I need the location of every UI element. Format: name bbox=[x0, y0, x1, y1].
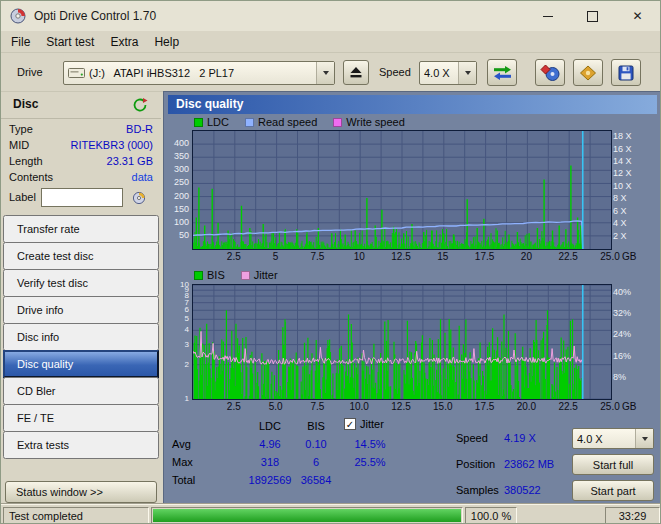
label-edit-button[interactable] bbox=[127, 187, 151, 208]
legend-jitter: Jitter bbox=[241, 269, 278, 281]
speed-select[interactable]: 4.0 X bbox=[419, 61, 477, 85]
x-axis-tick: 10.0 bbox=[349, 401, 368, 412]
y-axis-tick: 18 X bbox=[613, 131, 632, 141]
ldc-column-header: LDC bbox=[248, 420, 292, 432]
result-row-label: Max bbox=[172, 456, 193, 468]
nav-create-test-disc[interactable]: Create test disc bbox=[3, 242, 159, 270]
y-axis-tick: 250 bbox=[164, 177, 189, 187]
burn-icon bbox=[579, 65, 597, 81]
menu-start-test[interactable]: Start test bbox=[38, 32, 102, 52]
menu-extra[interactable]: Extra bbox=[102, 32, 146, 52]
nav-cd-bler[interactable]: CD Bler bbox=[3, 377, 159, 405]
progress-percent: 100.0 % bbox=[471, 510, 511, 522]
x-axis-tick: 5 bbox=[273, 251, 279, 262]
y-axis-tick: 32% bbox=[613, 308, 631, 318]
disc-refresh-button[interactable] bbox=[129, 95, 151, 115]
result-bis-value: 0.10 bbox=[288, 438, 344, 450]
y-axis-tick: 8 X bbox=[613, 193, 627, 203]
app-icon bbox=[10, 8, 26, 24]
x-axis-tick: 15.0 bbox=[433, 401, 452, 412]
test-speed-select-value: 4.0 X bbox=[577, 433, 603, 445]
jitter-checkbox[interactable]: ✓ Jitter bbox=[344, 418, 384, 430]
field-label: Type bbox=[9, 123, 33, 135]
y-axis-tick: 10 X bbox=[613, 181, 632, 191]
y-axis-tick: 6 bbox=[164, 305, 189, 314]
samples-label: Samples bbox=[456, 484, 499, 496]
sidebar-nav: Transfer rateCreate test discVerify test… bbox=[3, 216, 159, 459]
bottom-chart-canvas bbox=[193, 285, 611, 399]
field-label: Contents bbox=[9, 171, 53, 183]
position-label: Position bbox=[456, 458, 495, 470]
disc-utilities-button[interactable] bbox=[535, 59, 565, 86]
close-icon: ✕ bbox=[632, 10, 642, 22]
legend-label: BIS bbox=[207, 269, 225, 281]
y-axis-tick: 8% bbox=[613, 372, 626, 382]
window-title: Opti Drive Control 1.70 bbox=[34, 9, 156, 23]
x-axis-unit: GB bbox=[622, 251, 636, 262]
y-axis-tick: 3 bbox=[164, 340, 189, 349]
nav-verify-test-disc[interactable]: Verify test disc bbox=[3, 269, 159, 297]
disc-info-fields: TypeBD-RMIDRITEKBR3 (000)Length23.31 GBC… bbox=[1, 123, 161, 187]
result-jitter-value: 14.5% bbox=[342, 438, 398, 450]
save-icon bbox=[618, 65, 634, 81]
x-axis-tick: 15 bbox=[437, 251, 448, 262]
nav-transfer-rate[interactable]: Transfer rate bbox=[3, 215, 159, 243]
bottom-chart-legend: BISJitter bbox=[194, 269, 278, 281]
x-axis-tick: 17.5 bbox=[475, 251, 494, 262]
status-message-panel: Test completed bbox=[3, 507, 149, 524]
drive-select[interactable]: (J:) ATAPI iHBS312 2 PL17 bbox=[63, 61, 335, 85]
eject-button[interactable] bbox=[343, 60, 369, 85]
result-bis-value: 36584 bbox=[288, 474, 344, 486]
nav-extra-tests[interactable]: Extra tests bbox=[3, 431, 159, 459]
y-axis-tick: 200 bbox=[164, 191, 189, 201]
legend-write-speed: Write speed bbox=[333, 116, 405, 128]
y-axis-tick: 300 bbox=[164, 164, 189, 174]
close-button[interactable]: ✕ bbox=[615, 1, 660, 31]
refresh-speeds-icon bbox=[493, 65, 512, 81]
speed-select-value: 4.0 X bbox=[424, 67, 450, 79]
drive-select-value: (J:) ATAPI iHBS312 2 PL17 bbox=[89, 67, 234, 79]
bis-column-header: BIS bbox=[294, 420, 338, 432]
status-window-button[interactable]: Status window >> bbox=[5, 481, 157, 503]
label-input[interactable] bbox=[41, 188, 123, 207]
position-value: 23862 MB bbox=[504, 458, 554, 470]
disc-section-header: Disc bbox=[1, 93, 161, 119]
legend-label: Jitter bbox=[254, 269, 278, 281]
x-axis-tick: 2.5 bbox=[227, 251, 241, 262]
status-message: Test completed bbox=[9, 510, 83, 522]
nav-drive-info[interactable]: Drive info bbox=[3, 296, 159, 324]
top-chart-canvas bbox=[193, 131, 611, 249]
dropdown-arrow-icon bbox=[635, 429, 653, 448]
test-speed-select[interactable]: 4.0 X bbox=[572, 428, 654, 449]
titlebar: Opti Drive Control 1.70 ✕ bbox=[1, 1, 660, 31]
y-axis-tick: 2 bbox=[164, 360, 189, 369]
label-field-label: Label bbox=[9, 191, 36, 203]
y-axis-tick: 5 bbox=[164, 314, 189, 323]
result-jitter-value: 25.5% bbox=[342, 456, 398, 468]
start-full-button[interactable]: Start full bbox=[572, 454, 654, 475]
field-value-link[interactable]: data bbox=[132, 171, 153, 183]
x-axis-tick: 25.0 bbox=[600, 401, 619, 412]
save-button[interactable] bbox=[611, 59, 641, 86]
x-axis-tick: 17.5 bbox=[475, 401, 494, 412]
progress-bar bbox=[151, 507, 463, 524]
disc-quality-panel: Disc quality LDCRead speedWrite speed BI… bbox=[163, 91, 661, 506]
legend-bis: BIS bbox=[194, 269, 225, 281]
burn-button[interactable] bbox=[573, 59, 603, 86]
minimize-button[interactable] bbox=[525, 1, 570, 31]
nav-disc-quality[interactable]: Disc quality bbox=[3, 350, 159, 378]
refresh-speeds-button[interactable] bbox=[487, 59, 517, 86]
checkbox-check-icon: ✓ bbox=[344, 418, 356, 430]
start-part-button[interactable]: Start part bbox=[572, 480, 654, 501]
drive-icon bbox=[68, 67, 85, 79]
nav-fe-te[interactable]: FE / TE bbox=[3, 404, 159, 432]
x-axis-tick: 7.5 bbox=[310, 251, 324, 262]
field-label: MID bbox=[9, 139, 29, 151]
nav-disc-info[interactable]: Disc info bbox=[3, 323, 159, 351]
maximize-button[interactable] bbox=[570, 1, 615, 31]
samples-value: 380522 bbox=[504, 484, 541, 496]
y-axis-tick: 16% bbox=[613, 351, 631, 361]
menu-file[interactable]: File bbox=[3, 32, 38, 52]
menu-help[interactable]: Help bbox=[146, 32, 187, 52]
speed-result-label: Speed bbox=[456, 432, 488, 444]
